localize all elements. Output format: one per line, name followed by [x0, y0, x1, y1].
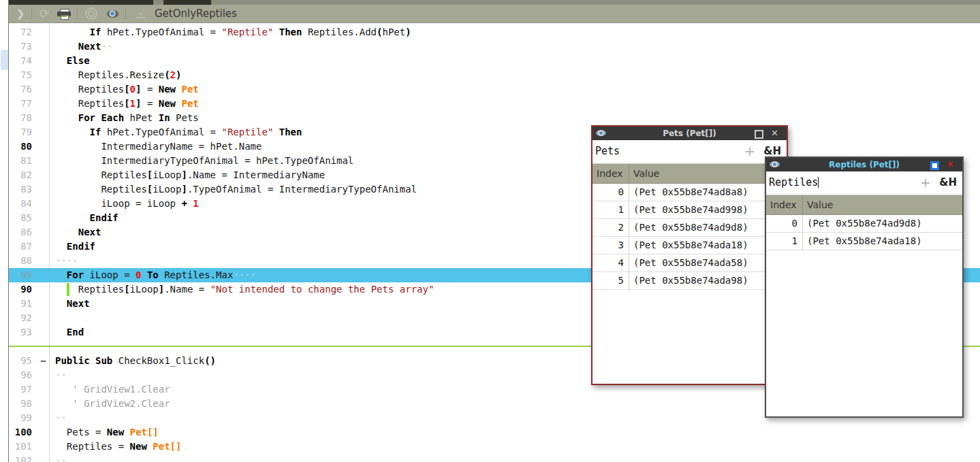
code-text: End	[55, 325, 84, 340]
line-number[interactable]: 87	[9, 240, 32, 254]
code-text: Endif	[55, 211, 118, 225]
code-text: For Each hPet In Pets	[55, 111, 199, 125]
row-value: (Pet 0x55b8e74ada18)	[803, 233, 962, 250]
line-number[interactable]: 74	[9, 54, 32, 68]
code-line-78[interactable]: 78 For Each hPet In Pets	[0, 111, 980, 125]
code-text: If hPet.TypeOfAnimal = "Reptile" Then	[55, 125, 302, 139]
hex-toggle-button[interactable]: &H	[939, 171, 957, 194]
line-number[interactable]: 72	[9, 25, 32, 39]
add-watch-icon[interactable]: +	[920, 171, 931, 194]
code-text: IntermediaryName = hPet.Name	[55, 139, 262, 154]
watch-row[interactable]: 1(Pet 0x55b8e74ad998)	[592, 201, 787, 219]
line-number[interactable]: 90	[9, 282, 32, 297]
line-number[interactable]: 95	[9, 354, 32, 368]
code-text: For iLoop = 0 To Reptiles.Max····	[55, 268, 256, 282]
line-number[interactable]: 97	[9, 382, 32, 397]
code-line-102[interactable]: 102··	[0, 454, 980, 462]
line-number[interactable]: 80	[9, 139, 32, 154]
gambas-ide-debugger: ❯ ⟳ ⌄ GetOnlyReptiles 72 If hPet.TypeOfA…	[0, 0, 980, 462]
maximize-button[interactable]	[755, 130, 763, 139]
line-number[interactable]: 75	[9, 68, 32, 82]
watch-row[interactable]: 0(Pet 0x55b8e74ad9d8)	[766, 215, 962, 233]
value-column-header[interactable]: Value	[629, 164, 787, 183]
code-line-101[interactable]: 101 Reptiles = New Pet[]	[0, 440, 980, 454]
line-number[interactable]: 101	[9, 440, 32, 454]
pets-expression-row: Pets + &H	[592, 140, 787, 164]
code-line-73[interactable]: 73 Next··	[0, 39, 980, 54]
row-index: 1	[766, 233, 803, 250]
maximize-button[interactable]	[930, 161, 939, 170]
pets-title-bar[interactable]: Pets (Pet[]) ✕	[592, 127, 787, 140]
code-text: iLoop = iLoop + 1	[55, 197, 199, 211]
line-number[interactable]: 99	[9, 411, 32, 425]
row-value: (Pet 0x55b8e74ad8a8)	[629, 184, 787, 201]
code-line-76[interactable]: 76 Reptiles[0] = New Pet	[0, 82, 980, 97]
line-number[interactable]: 73	[9, 39, 32, 54]
index-column-header[interactable]: Index	[766, 195, 803, 214]
line-number[interactable]: 83	[9, 182, 32, 197]
code-text: Reptiles[1] = New Pet	[55, 97, 199, 111]
row-index: 2	[592, 219, 629, 236]
code-line-79[interactable]: 79 If hPet.TypeOfAnimal = "Reptile" Then	[0, 125, 980, 139]
reptiles-title-bar[interactable]: Reptiles (Pet[]) ✕	[766, 158, 962, 171]
line-number[interactable]: 79	[9, 125, 32, 139]
line-number[interactable]: 91	[9, 297, 32, 311]
row-index: 5	[592, 272, 629, 289]
line-number[interactable]: 76	[9, 82, 32, 97]
code-text: Reptiles[iLoop].Name = IntermediaryName	[55, 168, 325, 182]
watch-row[interactable]: 5(Pet 0x55b8e74ada98)	[592, 272, 787, 290]
pets-table-header: Index Value	[592, 164, 787, 184]
line-number[interactable]: 88	[9, 254, 32, 268]
add-watch-icon[interactable]: +	[744, 140, 755, 163]
line-number[interactable]: 98	[9, 397, 32, 411]
watch-row[interactable]: 0(Pet 0x55b8e74ad8a8)	[592, 184, 787, 201]
close-icon[interactable]: ✕	[947, 158, 954, 171]
code-text: ··	[55, 368, 67, 382]
row-value: (Pet 0x55b8e74ada18)	[629, 237, 787, 254]
code-text: Reptiles[iLoop].TypeOfAnimal = Intermedi…	[55, 182, 417, 197]
code-line-80[interactable]: 80 IntermediaryName = hPet.Name	[0, 139, 980, 154]
fold-marker-icon[interactable]: −	[38, 354, 48, 368]
line-number[interactable]: 86	[9, 225, 32, 240]
watch-row[interactable]: 1(Pet 0x55b8e74ada18)	[766, 233, 962, 250]
code-line-74[interactable]: 74 Else	[0, 54, 980, 68]
row-value: (Pet 0x55b8e74ada98)	[629, 272, 787, 289]
line-number[interactable]: 84	[9, 197, 32, 211]
reptiles-table-body: 0(Pet 0x55b8e74ad9d8)1(Pet 0x55b8e74ada1…	[766, 215, 962, 250]
watch-row[interactable]: 3(Pet 0x55b8e74ada18)	[592, 237, 787, 254]
value-column-header[interactable]: Value	[803, 195, 962, 214]
line-number[interactable]: 89	[9, 268, 32, 282]
code-text: Else	[55, 54, 90, 68]
code-text: Public Sub CheckBox1_Click()	[55, 354, 216, 368]
index-column-header[interactable]: Index	[592, 164, 629, 183]
line-number[interactable]: 77	[9, 97, 32, 111]
code-line-72[interactable]: 72 If hPet.TypeOfAnimal = "Reptile" Then…	[0, 25, 980, 39]
row-value: (Pet 0x55b8e74ada58)	[629, 254, 787, 271]
row-index: 3	[592, 237, 629, 254]
code-text: Next··	[55, 39, 112, 54]
line-number[interactable]: 100	[9, 425, 32, 440]
code-line-75[interactable]: 75 Reptiles.Resize(2)	[0, 68, 980, 82]
line-number[interactable]: 96	[9, 368, 32, 382]
reptiles-table-header: Index Value	[766, 195, 962, 215]
code-text: Next	[55, 297, 90, 311]
code-line-77[interactable]: 77 Reptiles[1] = New Pet	[0, 97, 980, 111]
code-text: If hPet.TypeOfAnimal = "Reptile" Then Re…	[55, 25, 411, 39]
line-number[interactable]: 85	[9, 211, 32, 225]
watch-row[interactable]: 4(Pet 0x55b8e74ada58)	[592, 254, 787, 272]
code-text: ··	[55, 411, 67, 425]
watch-expression-input[interactable]: Pets	[592, 145, 620, 157]
line-number[interactable]: 81	[9, 154, 32, 168]
watch-expression-input[interactable]: Reptiles	[766, 176, 819, 188]
line-number[interactable]: 78	[9, 111, 32, 125]
line-number[interactable]: 92	[9, 311, 32, 325]
watch-eye-icon	[596, 130, 606, 136]
line-number[interactable]: 93	[9, 325, 32, 340]
code-text: ··	[55, 454, 67, 462]
line-number[interactable]: 82	[9, 168, 32, 182]
code-line-100[interactable]: 100 Pets = New Pet[]	[0, 425, 980, 440]
code-text: ' GridView2.Clear	[55, 397, 170, 411]
watch-row[interactable]: 2(Pet 0x55b8e74ad9d8)	[592, 219, 787, 237]
line-number[interactable]: 102	[9, 454, 32, 462]
close-icon[interactable]: ✕	[771, 127, 778, 140]
